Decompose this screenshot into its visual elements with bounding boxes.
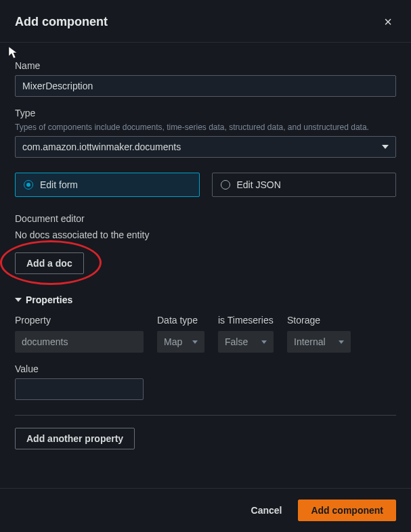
close-button[interactable]: ×	[380, 12, 396, 31]
add-component-button[interactable]: Add component	[298, 500, 396, 521]
type-select[interactable]: com.amazon.iottwinmaker.documents	[15, 136, 396, 158]
chevron-down-icon	[339, 340, 344, 344]
add-doc-button[interactable]: Add a doc	[15, 252, 84, 274]
modal-footer: Cancel Add component	[0, 488, 411, 532]
properties-label: Properties	[26, 294, 72, 305]
type-help-text: Types of components include documents, t…	[15, 123, 396, 132]
radio-icon	[221, 180, 230, 190]
properties-grid: Property Data type is Timeseries Storage…	[15, 315, 396, 353]
value-label: Value	[15, 363, 396, 374]
type-field-group: Type Types of components include documen…	[15, 108, 396, 158]
add-component-modal: Add component × Name Type Types of compo…	[0, 0, 411, 532]
is-timeseries-select[interactable]: False	[218, 331, 274, 353]
col-data-type: Data type	[157, 315, 204, 326]
data-type-select[interactable]: Map	[157, 331, 204, 353]
modal-title: Add component	[15, 15, 108, 29]
value-input[interactable]	[15, 378, 144, 400]
name-field-group: Name	[15, 60, 396, 97]
property-name-input: documents	[15, 331, 144, 353]
col-property: Property	[15, 315, 144, 326]
name-input[interactable]	[15, 75, 396, 97]
edit-json-label: Edit JSON	[237, 179, 281, 190]
divider	[15, 415, 396, 416]
name-label: Name	[15, 60, 396, 71]
chevron-down-icon	[192, 340, 198, 344]
close-icon: ×	[384, 14, 392, 29]
storage-select[interactable]: Internal	[287, 331, 351, 353]
edit-json-radio[interactable]: Edit JSON	[212, 173, 397, 197]
add-doc-wrap: Add a doc	[15, 252, 84, 274]
chevron-down-icon	[261, 340, 267, 344]
modal-header: Add component ×	[0, 0, 411, 43]
type-select-value: com.amazon.iottwinmaker.documents	[22, 141, 181, 152]
storage-value: Internal	[294, 336, 326, 347]
edit-mode-group: Edit form Edit JSON	[15, 173, 396, 197]
is-timeseries-value: False	[225, 336, 248, 347]
radio-icon	[24, 180, 33, 190]
type-label: Type	[15, 108, 396, 118]
col-storage: Storage	[287, 315, 351, 326]
col-is-timeseries: is Timeseries	[218, 315, 274, 326]
modal-body: Name Type Types of components include do…	[0, 43, 411, 488]
properties-toggle[interactable]: Properties	[15, 294, 396, 305]
data-type-value: Map	[164, 336, 182, 347]
document-editor-label: Document editor	[15, 213, 396, 224]
chevron-down-icon	[382, 145, 389, 149]
value-field-group: Value	[15, 363, 396, 400]
edit-form-radio[interactable]: Edit form	[15, 173, 200, 197]
add-property-button[interactable]: Add another property	[15, 428, 135, 449]
property-name-value: documents	[22, 336, 68, 347]
edit-form-label: Edit form	[40, 179, 78, 190]
document-editor-empty: No docs associated to the entity	[15, 229, 396, 240]
chevron-down-icon	[15, 298, 22, 302]
cancel-button[interactable]: Cancel	[246, 501, 288, 520]
